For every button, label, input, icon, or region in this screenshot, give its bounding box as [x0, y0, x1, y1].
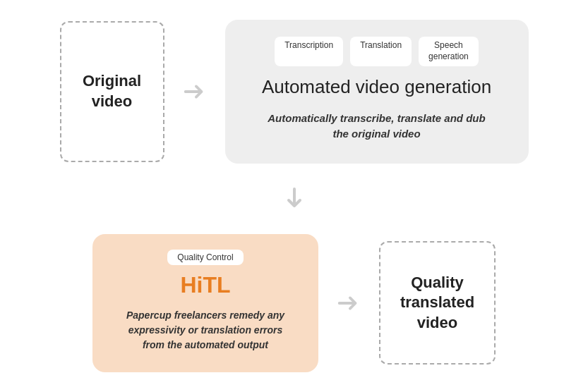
arrow-down-icon: [280, 185, 308, 213]
hitl-title: HiTL: [114, 272, 297, 298]
diagram-container: Original video Transcription Translation…: [0, 0, 588, 392]
avgen-tabs: Transcription Translation Speech generat…: [251, 37, 503, 66]
bottom-row: Quality Control HiTL Papercup freelancer…: [14, 234, 574, 372]
avgen-title: Automated video generation: [251, 76, 503, 98]
tab-transcription: Transcription: [275, 37, 343, 66]
quality-video-box: Quality translated video: [379, 241, 496, 365]
original-video-box: Original video: [60, 21, 164, 162]
hitl-card-header: Quality Control: [114, 250, 297, 272]
arrow-right-2: [335, 290, 362, 317]
avgen-card: Transcription Translation Speech generat…: [225, 20, 529, 163]
quality-control-badge: Quality Control: [167, 250, 243, 265]
avgen-subtitle: Automatically transcribe, translate and …: [251, 111, 503, 142]
tab-translation: Translation: [350, 37, 412, 66]
quality-video-label: Quality translated video: [400, 273, 474, 333]
original-video-label: Original video: [83, 71, 141, 111]
tab-speech-generation: Speech generation: [419, 37, 479, 66]
hitl-subtitle: Papercup freelancers remedy any expressi…: [114, 308, 297, 353]
center-arrow: [14, 185, 574, 213]
hitl-card: Quality Control HiTL Papercup freelancer…: [92, 234, 318, 372]
arrow-right-1: [181, 78, 208, 105]
top-row: Original video Transcription Translation…: [14, 20, 574, 163]
